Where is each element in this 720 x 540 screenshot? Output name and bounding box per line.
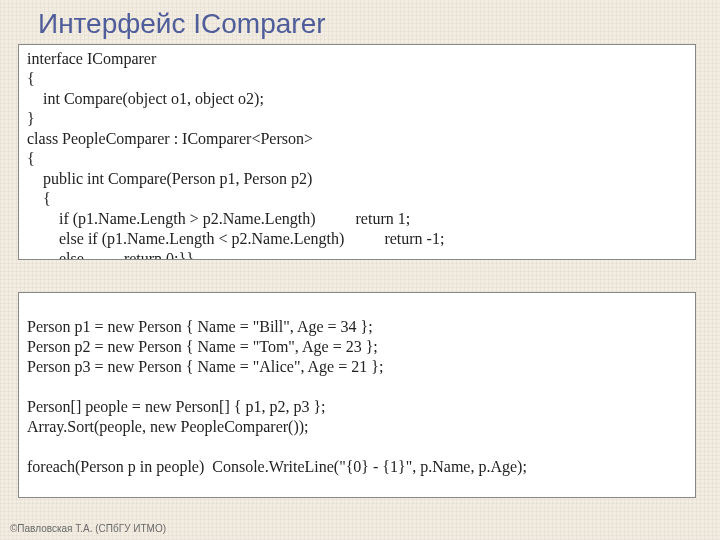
code-box-usage: Person p1 = new Person { Name = "Bill", … <box>18 292 696 498</box>
slide-title: Интерфейс IComparer <box>38 8 326 40</box>
footer-copyright: ©Павловская Т.А. (СПбГУ ИТМО) <box>10 523 166 534</box>
code-box-interface: interface IComparer { int Compare(object… <box>18 44 696 260</box>
slide: Интерфейс IComparer interface IComparer … <box>0 0 720 540</box>
